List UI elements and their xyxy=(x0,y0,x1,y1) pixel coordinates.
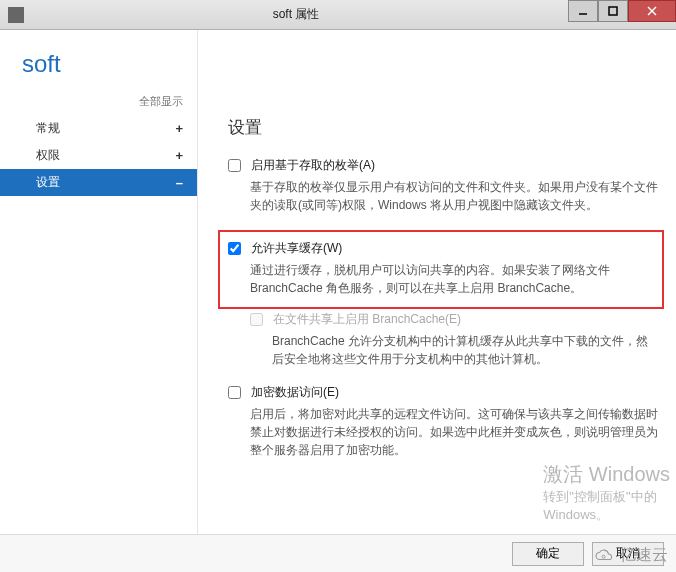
sidebar-item-permissions[interactable]: 权限 + xyxy=(0,142,197,169)
sidebar-item-label: 常规 xyxy=(36,120,60,137)
sidebar-item-label: 设置 xyxy=(36,174,60,191)
checkbox-encrypt[interactable] xyxy=(228,386,241,399)
provider-logo: 亿速云 xyxy=(594,545,668,566)
minimize-button[interactable] xyxy=(568,0,598,22)
setting-branchcache: 在文件共享上启用 BranchCache(E) BranchCache 允许分支… xyxy=(250,311,658,368)
setting-desc: BranchCache 允许分支机构中的计算机缓存从此共享中下载的文件，然后安全… xyxy=(272,332,658,368)
setting-desc: 通过进行缓存，脱机用户可以访问共享的内容。如果安装了网络文件 BranchCac… xyxy=(250,261,654,297)
setting-label: 启用基于存取的枚举(A) xyxy=(251,157,375,174)
sidebar-item-general[interactable]: 常规 + xyxy=(0,115,197,142)
logo-text: 亿速云 xyxy=(620,545,668,566)
maximize-icon xyxy=(608,6,618,16)
setting-label: 允许共享缓存(W) xyxy=(251,240,342,257)
setting-allow-cache: 允许共享缓存(W) 通过进行缓存，脱机用户可以访问共享的内容。如果安装了网络文件… xyxy=(228,240,654,297)
setting-encrypt: 加密数据访问(E) 启用后，将加密对此共享的远程文件访问。这可确保与该共享之间传… xyxy=(228,384,658,459)
checkbox-allow-cache[interactable] xyxy=(228,242,241,255)
close-icon xyxy=(646,5,658,17)
highlight-box: 允许共享缓存(W) 通过进行缓存，脱机用户可以访问共享的内容。如果安装了网络文件… xyxy=(218,230,664,309)
collapse-icon: – xyxy=(176,175,183,190)
app-icon xyxy=(8,7,24,23)
svg-rect-1 xyxy=(609,7,617,15)
cloud-icon xyxy=(594,549,616,563)
close-button[interactable] xyxy=(628,0,676,22)
content-panel: 设置 启用基于存取的枚举(A) 基于存取的枚举仅显示用户有权访问的文件和文件夹。… xyxy=(198,30,676,534)
svg-point-4 xyxy=(602,555,605,558)
expand-icon: + xyxy=(175,148,183,163)
checkbox-branchcache xyxy=(250,313,263,326)
dialog-footer: 确定 取消 xyxy=(0,534,676,572)
minimize-icon xyxy=(578,6,588,16)
show-all-link[interactable]: 全部显示 xyxy=(0,90,197,115)
setting-desc: 基于存取的枚举仅显示用户有权访问的文件和文件夹。如果用户没有某个文件夹的读取(或… xyxy=(250,178,658,214)
sidebar-item-settings[interactable]: 设置 – xyxy=(0,169,197,196)
setting-desc: 启用后，将加密对此共享的远程文件访问。这可确保与该共享之间传输数据时禁止对数据进… xyxy=(250,405,658,459)
titlebar: soft 属性 xyxy=(0,0,676,30)
section-title: 设置 xyxy=(228,116,658,139)
window-buttons xyxy=(568,0,676,29)
window-title: soft 属性 xyxy=(24,6,568,23)
app-title: soft xyxy=(0,50,197,90)
ok-button[interactable]: 确定 xyxy=(512,542,584,566)
setting-label: 加密数据访问(E) xyxy=(251,384,339,401)
maximize-button[interactable] xyxy=(598,0,628,22)
main-area: soft 全部显示 常规 + 权限 + 设置 – 设置 启用基于存取的枚举(A)… xyxy=(0,30,676,534)
expand-icon: + xyxy=(175,121,183,136)
setting-access-enum: 启用基于存取的枚举(A) 基于存取的枚举仅显示用户有权访问的文件和文件夹。如果用… xyxy=(228,157,658,214)
sidebar-item-label: 权限 xyxy=(36,147,60,164)
sidebar: soft 全部显示 常规 + 权限 + 设置 – xyxy=(0,30,198,534)
setting-label: 在文件共享上启用 BranchCache(E) xyxy=(273,311,461,328)
checkbox-access-enum[interactable] xyxy=(228,159,241,172)
